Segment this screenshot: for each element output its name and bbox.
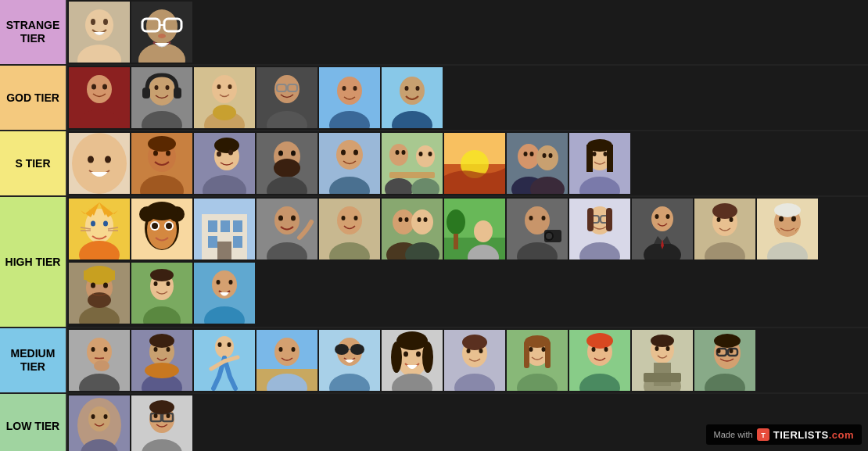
svg-point-72 [353,150,358,156]
svg-point-92 [524,152,528,156]
svg-point-138 [278,216,283,221]
svg-point-152 [418,217,421,222]
list-item [69,67,130,128]
svg-point-210 [217,280,221,285]
list-item [444,133,505,194]
svg-point-144 [354,216,358,220]
svg-point-158 [447,209,465,234]
svg-point-37 [337,77,362,105]
list-item [319,330,380,391]
list-item [444,330,505,391]
svg-point-75 [416,145,435,167]
svg-point-67 [291,151,296,156]
svg-point-88 [518,144,540,169]
svg-point-275 [655,346,659,351]
svg-point-223 [154,347,158,352]
svg-point-245 [422,342,433,373]
list-item [194,330,255,391]
svg-point-40 [353,86,357,91]
svg-point-39 [343,86,346,91]
svg-point-94 [543,153,547,158]
svg-point-13 [87,75,112,103]
svg-point-199 [103,283,108,288]
svg-point-224 [167,347,170,352]
tier-label-high: HIGH TIER [0,197,66,327]
svg-point-23 [166,85,170,90]
tier-row-high: HIGH TIER [0,197,868,328]
list-item [131,2,192,63]
svg-point-299 [154,413,158,418]
svg-point-216 [104,347,108,352]
svg-point-139 [291,216,296,221]
svg-point-244 [391,342,402,373]
svg-point-102 [593,152,597,156]
tier-images-high [66,197,868,327]
svg-point-147 [411,209,433,234]
list-item [757,199,818,260]
svg-point-28 [228,84,232,89]
svg-rect-174 [587,208,594,231]
list-item [194,263,255,324]
svg-point-27 [217,84,221,89]
list-item [69,133,130,194]
svg-point-146 [393,209,414,234]
svg-point-211 [229,280,233,285]
svg-point-153 [424,217,428,222]
list-item [694,199,755,260]
list-item [694,330,755,391]
svg-point-4 [103,19,108,25]
tier-images-god [66,66,868,130]
list-item [256,67,317,128]
watermark-icon: T [756,428,770,442]
list-item [69,330,130,391]
svg-point-69 [336,140,363,170]
list-item [319,67,380,128]
svg-point-177 [651,206,673,231]
list-item [69,2,130,63]
list-item [69,263,130,324]
list-item [256,133,317,194]
list-item [131,263,192,324]
list-item [131,133,192,194]
svg-point-192 [791,217,796,222]
svg-point-123 [166,223,172,229]
svg-point-248 [416,352,421,357]
svg-rect-159 [454,234,458,249]
svg-point-200 [88,292,111,308]
list-item [194,199,255,260]
svg-text:T: T [761,431,766,439]
list-item [194,67,255,128]
svg-point-283 [714,334,741,348]
tier-label-god: GOD TIER [0,66,66,130]
list-item [382,133,443,194]
svg-point-166 [529,216,533,220]
svg-rect-132 [208,236,217,248]
svg-point-298 [149,400,174,414]
svg-point-186 [730,217,733,222]
svg-point-205 [154,281,158,286]
svg-point-95 [549,153,553,158]
svg-point-228 [228,342,231,347]
svg-point-268 [604,347,608,352]
svg-point-55 [148,136,176,152]
svg-point-74 [389,144,408,166]
svg-point-71 [341,150,346,156]
svg-point-103 [604,152,608,156]
list-item [507,330,568,391]
svg-point-165 [546,233,552,239]
tier-label-medium: MEDIUM TIER [0,328,66,392]
svg-point-254 [479,349,483,353]
list-item [569,133,630,194]
svg-point-290 [91,414,95,419]
svg-point-44 [405,86,409,91]
svg-point-267 [592,347,596,352]
svg-rect-175 [606,208,612,231]
svg-point-288 [88,406,110,431]
list-item [131,396,192,451]
svg-point-136 [274,206,299,234]
tier-images-s [66,131,868,195]
tier-label-low: LOW TIER [0,394,66,451]
tier-row-s: S TIER [0,131,868,197]
svg-point-89 [536,145,558,170]
svg-point-234 [292,347,296,352]
